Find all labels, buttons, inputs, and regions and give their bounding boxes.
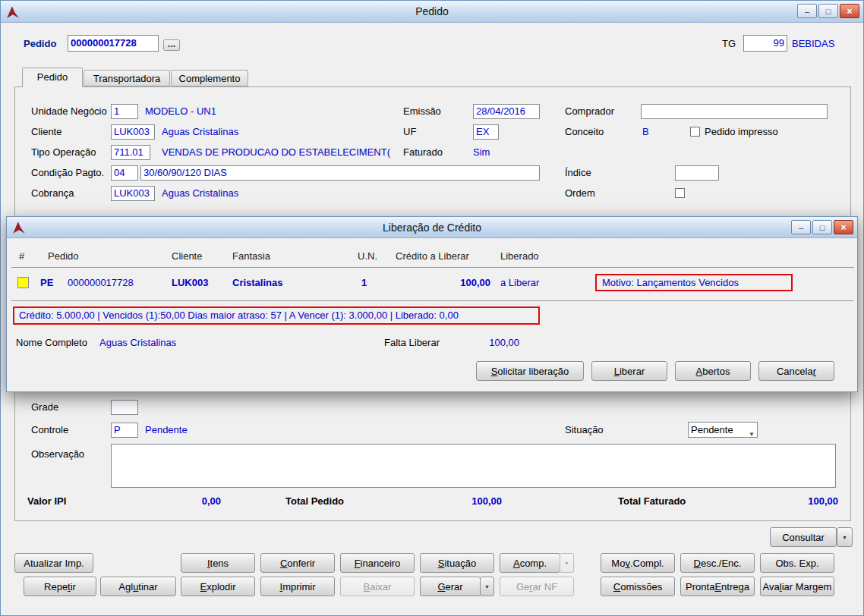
- total-pedido-value: 100,00: [422, 495, 502, 507]
- tg-description: BEBIDAS: [792, 36, 834, 52]
- controle-description: Pendente: [145, 423, 188, 438]
- total-pedido-label: Total Pedido: [285, 495, 344, 507]
- uf-input[interactable]: EX: [473, 124, 499, 140]
- minimize-icon[interactable]: –: [791, 220, 811, 234]
- gerar-dropdown-icon[interactable]: ▼: [480, 577, 494, 596]
- explodir-button[interactable]: Explodir: [181, 577, 255, 596]
- mov-compl-button[interactable]: Mov.Compl.: [601, 553, 675, 573]
- row-credito-a-liberar: 100,00: [396, 275, 490, 291]
- consultar-button[interactable]: Consultar: [770, 527, 837, 547]
- credit-summary-alert: Crédito: 5.000,00 | Vencidos (1):50,00 D…: [13, 306, 540, 325]
- controle-label: Controle: [31, 423, 68, 438]
- cliente-description: Aguas Cristalinas: [162, 124, 238, 140]
- nome-completo-value: Aguas Cristalinas: [99, 335, 176, 350]
- situacao-selected-value: Pendente: [691, 424, 733, 435]
- header-separator: [11, 267, 854, 268]
- credit-summary-text: Crédito: 5.000,00 | Vencidos (1):50,00 D…: [19, 308, 459, 323]
- indice-input[interactable]: [675, 165, 719, 181]
- grade-label: Grade: [31, 400, 58, 415]
- close-icon[interactable]: ×: [840, 4, 859, 18]
- aglutinar-button[interactable]: Aglutinar: [100, 577, 176, 596]
- total-faturado-label: Total Faturado: [618, 495, 686, 507]
- situacao-label: Situação: [565, 423, 604, 438]
- uf-label: UF: [403, 124, 416, 140]
- observacao-label: Observação: [31, 447, 84, 462]
- atualizar-imp-button[interactable]: Atualizar Imp.: [14, 553, 93, 573]
- gerar-button[interactable]: Gerar: [420, 577, 481, 596]
- acomp-dropdown-icon[interactable]: ▼: [560, 553, 574, 573]
- ordem-checkbox[interactable]: [675, 188, 685, 198]
- status-flag-icon: [17, 277, 29, 288]
- maximize-icon[interactable]: □: [812, 220, 832, 234]
- situacao-button[interactable]: Situação: [420, 553, 494, 573]
- unidade-negocio-description: MODELO - UN1: [145, 104, 216, 119]
- itens-button[interactable]: Itens: [181, 553, 255, 573]
- maximize-icon[interactable]: □: [818, 4, 838, 18]
- observacao-textarea[interactable]: [111, 444, 836, 488]
- row-pedido: 000000017728: [68, 275, 134, 291]
- grade-input[interactable]: [111, 400, 138, 415]
- obs-exp-button[interactable]: Obs. Exp.: [760, 553, 834, 573]
- unidade-negocio-label: Unidade Negócio: [31, 104, 107, 119]
- close-icon[interactable]: ×: [834, 220, 853, 234]
- pronta-entrega-button[interactable]: Pronta Entrega: [680, 577, 755, 596]
- row-fantasia: Cristalinas: [232, 275, 282, 291]
- imprimir-button[interactable]: Imprimir: [260, 577, 335, 596]
- tab-pedido[interactable]: Pedido: [22, 68, 83, 87]
- column-header-liberado: Liberado: [500, 250, 539, 262]
- pedido-impresso-label: Pedido impresso: [705, 124, 778, 140]
- pedido-impresso-checkbox[interactable]: [690, 127, 700, 137]
- consultar-dropdown-icon[interactable]: ▼: [837, 527, 853, 547]
- acomp-button[interactable]: Acomp.: [500, 553, 560, 573]
- dialog-title: Liberação de Crédito: [7, 217, 857, 238]
- unidade-negocio-input[interactable]: 1: [111, 104, 138, 119]
- pedido-titlebar[interactable]: Pedido – □ ×: [1, 1, 863, 23]
- condicao-pagto-description-input[interactable]: 30/60/90/120 DIAS: [140, 165, 540, 181]
- gerar-nf-button[interactable]: Gerar NF: [500, 577, 574, 596]
- pedido-lookup-button[interactable]: ...: [163, 39, 180, 51]
- tab-complemento[interactable]: Complemento: [171, 70, 248, 86]
- condicao-pagto-input[interactable]: 04: [111, 165, 138, 181]
- pedido-field-label: Pedido: [24, 36, 56, 52]
- row-tipo: PE: [40, 275, 53, 291]
- row-separator: [11, 300, 854, 301]
- cobranca-input[interactable]: LUK003: [111, 186, 155, 201]
- chevron-down-icon: ▼: [749, 427, 755, 442]
- financeiro-button[interactable]: Financeiro: [340, 553, 415, 573]
- repetir-button[interactable]: Repetir: [24, 577, 96, 596]
- situacao-select[interactable]: Pendente ▼: [688, 422, 758, 438]
- cliente-label: Cliente: [31, 124, 61, 140]
- controle-input[interactable]: P: [111, 423, 138, 438]
- conceito-label: Conceito: [565, 124, 604, 140]
- comissoes-button[interactable]: Comissões: [601, 577, 675, 596]
- column-header-fantasia: Fantasia: [232, 250, 270, 262]
- abertos-button[interactable]: Abertos: [675, 361, 751, 381]
- window-title: Pedido: [1, 1, 863, 23]
- cliente-input[interactable]: LUK003: [111, 124, 155, 140]
- avaliar-margem-button[interactable]: Avaliar Margem: [760, 577, 834, 596]
- ordem-label: Ordem: [565, 186, 595, 201]
- row-cliente: LUK003: [172, 275, 208, 291]
- minimize-icon[interactable]: –: [797, 4, 817, 18]
- column-header-flag: #: [19, 250, 24, 262]
- column-header-pedido: Pedido: [48, 250, 78, 262]
- column-header-cliente: Cliente: [172, 250, 202, 262]
- motivo-alert: Motivo: Lançamentos Vencidos: [595, 274, 793, 291]
- tab-transportadora[interactable]: Transportadora: [84, 70, 170, 86]
- liberacao-credito-dialog: Liberação de Crédito – □ × # Pedido Clie…: [6, 216, 858, 392]
- liberar-button[interactable]: Liberar: [591, 361, 667, 381]
- baixar-button[interactable]: Baixar: [340, 577, 415, 596]
- cancelar-button[interactable]: Cancelar: [758, 361, 834, 381]
- solicitar-liberacao-button[interactable]: Solicitar liberação: [476, 361, 584, 381]
- emissao-input[interactable]: 28/04/2016: [473, 104, 540, 119]
- pedido-number-input[interactable]: 000000017728: [68, 35, 159, 52]
- total-faturado-value: 100,00: [760, 495, 838, 507]
- conferir-button[interactable]: Conferir: [260, 553, 335, 573]
- tipo-operacao-input[interactable]: 711.01: [111, 145, 150, 160]
- tg-input[interactable]: 99: [743, 35, 787, 52]
- falta-liberar-value: 100,00: [455, 335, 519, 350]
- desc-enc-button[interactable]: Desc./Enc.: [680, 553, 755, 573]
- indice-label: Índice: [565, 165, 591, 181]
- dialog-titlebar[interactable]: Liberação de Crédito – □ ×: [7, 217, 857, 238]
- comprador-input[interactable]: [641, 104, 828, 119]
